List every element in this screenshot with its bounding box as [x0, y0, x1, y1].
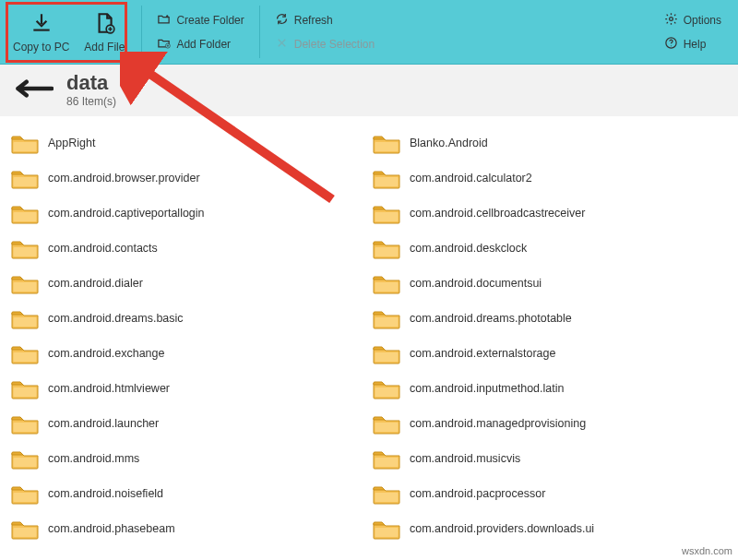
- folder-label: com.android.musicvis: [410, 452, 520, 465]
- toolbar-separator: [259, 6, 260, 58]
- folder-label: com.android.mms: [48, 452, 139, 465]
- delete-icon: [275, 36, 289, 53]
- folder-label: com.android.noisefield: [48, 487, 163, 500]
- toolbar-group-actions: Refresh Delete Selection: [264, 0, 386, 64]
- folder-label: com.android.externalstorage: [410, 347, 555, 360]
- help-icon: [664, 36, 678, 53]
- folder-item[interactable]: com.android.cellbroadcastreceiver: [369, 196, 731, 231]
- folder-icon: [11, 132, 39, 154]
- folder-item[interactable]: com.android.dreams.basic: [7, 301, 369, 336]
- folder-icon: [373, 447, 400, 470]
- folder-label: com.android.calculator2: [410, 172, 532, 185]
- folder-item[interactable]: com.android.exchange: [7, 336, 369, 371]
- create-folder-label: Create Folder: [176, 14, 244, 27]
- folder-label: com.android.providers.downloads.ui: [410, 522, 594, 535]
- folder-label: com.android.cellbroadcastreceiver: [410, 207, 585, 220]
- svg-point-2: [669, 17, 673, 20]
- toolbar-separator: [141, 6, 142, 58]
- folder-item[interactable]: com.android.captiveportallogin: [7, 196, 369, 231]
- folder-label: com.android.launcher: [48, 417, 159, 430]
- folder-icon: [11, 167, 39, 189]
- folder-item[interactable]: com.android.mms: [7, 441, 369, 476]
- folder-label: com.android.browser.provider: [48, 172, 200, 185]
- copy-to-pc-button[interactable]: Copy to PC: [6, 0, 77, 64]
- folder-item[interactable]: com.android.phasebeam: [7, 511, 369, 546]
- file-grid: AppRightcom.android.browser.providercom.…: [0, 116, 738, 555]
- folder-item[interactable]: com.android.browser.provider: [7, 161, 369, 196]
- folder-item[interactable]: com.android.noisefield: [7, 476, 369, 511]
- folder-item[interactable]: Blanko.Android: [369, 125, 731, 161]
- refresh-label: Refresh: [294, 14, 333, 27]
- svg-point-4: [671, 45, 672, 46]
- folder-item[interactable]: com.android.providers.downloads.ui: [369, 511, 731, 546]
- add-folder-button[interactable]: Add Folder: [151, 32, 249, 56]
- help-button[interactable]: Help: [659, 32, 727, 56]
- file-list-scroll[interactable]: AppRightcom.android.browser.providercom.…: [0, 116, 738, 560]
- folder-item[interactable]: com.android.deskclock: [369, 231, 731, 266]
- folder-item[interactable]: com.android.managedprovisioning: [369, 406, 731, 441]
- folder-label: com.android.documentsui: [410, 277, 542, 290]
- folder-icon: [11, 412, 39, 435]
- toolbar-group-main: Copy to PC Add File: [0, 0, 137, 64]
- folder-icon: [11, 307, 39, 329]
- folder-icon: [373, 132, 400, 154]
- add-file-label: Add File: [84, 41, 125, 54]
- folder-item[interactable]: com.android.inputmethod.latin: [369, 371, 731, 406]
- toolbar-group-folder: Create Folder Add Folder: [146, 0, 255, 64]
- folder-icon: [11, 272, 39, 294]
- folder-item[interactable]: com.android.musicvis: [369, 441, 731, 476]
- folder-label: com.android.captiveportallogin: [48, 207, 205, 220]
- folder-icon: [373, 237, 400, 259]
- folder-label: com.android.dreams.phototable: [410, 312, 572, 325]
- folder-item[interactable]: com.android.calculator2: [369, 161, 731, 196]
- refresh-button[interactable]: Refresh: [269, 8, 380, 32]
- refresh-icon: [275, 12, 289, 29]
- item-count: 86 Item(s): [66, 95, 116, 108]
- delete-selection-label: Delete Selection: [294, 38, 375, 51]
- back-button[interactable]: [13, 77, 54, 103]
- folder-label: com.android.managedprovisioning: [410, 417, 586, 430]
- folder-icon: [11, 237, 39, 259]
- folder-label: com.android.htmlviewer: [48, 382, 170, 395]
- folder-add-icon: [157, 36, 171, 53]
- folder-icon: [11, 202, 39, 224]
- folder-label: Blanko.Android: [410, 137, 488, 149]
- folder-icon: [373, 202, 400, 224]
- folder-icon: [373, 412, 400, 435]
- page-title: data: [66, 73, 116, 93]
- delete-selection-button[interactable]: Delete Selection: [269, 32, 380, 56]
- add-file-button[interactable]: Add File: [77, 0, 132, 64]
- folder-item[interactable]: com.android.htmlviewer: [7, 371, 369, 406]
- folder-label: com.android.phasebeam: [48, 522, 175, 535]
- folder-item[interactable]: com.android.contacts: [7, 231, 369, 266]
- create-folder-button[interactable]: Create Folder: [151, 8, 249, 32]
- arrow-left-icon: [13, 87, 54, 102]
- folder-label: com.android.dialer: [48, 277, 143, 290]
- download-icon: [30, 11, 54, 38]
- folder-item[interactable]: com.android.dialer: [7, 266, 369, 301]
- folder-item[interactable]: com.android.launcher: [7, 406, 369, 441]
- folder-icon: [373, 342, 400, 364]
- folder-item[interactable]: com.android.pacprocessor: [369, 476, 731, 511]
- folder-item[interactable]: com.android.documentsui: [369, 266, 731, 301]
- folder-new-icon: [157, 12, 171, 29]
- watermark: wsxdn.com: [682, 545, 732, 556]
- location-header: data 86 Item(s): [0, 65, 738, 116]
- folder-icon: [373, 483, 400, 505]
- folder-item[interactable]: com.android.externalstorage: [369, 336, 731, 371]
- options-button[interactable]: Options: [659, 8, 727, 32]
- folder-icon: [11, 377, 39, 399]
- copy-to-pc-label: Copy to PC: [13, 41, 69, 54]
- toolbar-group-right: Options Help: [659, 0, 738, 64]
- folder-icon: [373, 307, 400, 329]
- folder-item[interactable]: com.android.dreams.phototable: [369, 301, 731, 336]
- toolbar: Copy to PC Add File Create Folder: [0, 0, 738, 65]
- header-text: data 86 Item(s): [66, 73, 116, 108]
- folder-label: com.android.inputmethod.latin: [410, 382, 564, 395]
- folder-icon: [373, 518, 400, 540]
- gear-icon: [664, 12, 678, 29]
- folder-label: AppRight: [48, 137, 95, 149]
- help-label: Help: [684, 38, 707, 51]
- folder-label: com.android.pacprocessor: [410, 487, 545, 500]
- folder-item[interactable]: AppRight: [7, 125, 369, 161]
